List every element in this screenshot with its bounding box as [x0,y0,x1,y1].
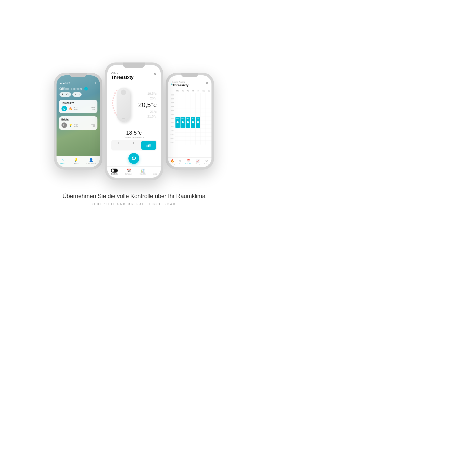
right-nav-settings[interactable]: ⚙ Settings [204,159,209,165]
right-nav-heating[interactable]: 🔥 Heating [170,159,175,165]
schedule-icon: 📅 [127,169,131,173]
device2-title: Bright [61,118,95,121]
device1-title: Threesixty [61,102,95,104]
mode-value: Auto [74,109,78,110]
schedule-grid-container: Mo Tu We Th Fr Sa Su 0:00 1:00 2:00 [168,89,211,157]
center-subtitle: Office [111,72,134,75]
svg-text:21°c: 21°c [181,118,184,119]
nav-item-home[interactable]: ⌂ Home [60,158,65,164]
fan-value: 03 [77,93,80,96]
center-nav-controls[interactable]: Controls [111,169,118,175]
time-1: 1:00 [168,97,175,101]
time-labels: 0:00 1:00 2:00 3:00 4:00 5:00 6:00 7:00 … [168,93,175,146]
center-nav-insights[interactable]: 📊 Insights [140,169,146,175]
bottom-text: Übernehmen Sie die volle Kontrolle über … [62,193,205,206]
eco-label: Eco [179,163,181,165]
right-nav-eco[interactable]: ❄ Eco [179,159,181,165]
day-th: Th [191,89,196,93]
svg-text:21°c: 21°c [197,118,199,119]
right-notch [181,73,198,77]
bedroom-label: Bedroom [71,87,82,90]
time-8: 8:00 [168,125,175,129]
time-5: 5:00 [168,113,175,117]
right-bottom-nav: 🔥 Heating ❄ Eco 📅 Schedule 📈 History [168,157,211,167]
center-content: Office Threesixty ✕ [107,65,161,178]
heating-label: Heating [170,163,175,165]
left-bottom-nav: ⌂ Home 💡 Explore 👤 Preferences [57,156,100,167]
day-fr: Fr [196,89,201,93]
office-label: Office [60,87,69,91]
purifier-top [121,89,126,95]
right-subtitle: Living Room [173,81,189,83]
prefs-label: Preferences [87,162,96,164]
back-arrow-icon: ‹ [171,82,172,86]
schedule-body: 0:00 1:00 2:00 3:00 4:00 5:00 6:00 7:00 … [168,93,211,146]
explore-label: Explore [73,162,79,164]
day-mo: Mo [175,89,180,93]
back-button[interactable]: ‹ Living Room Threesixty [171,81,189,87]
phone-left: ☁ ☁ 16°C + Office Bedroom ✓ 🌡 18°c [54,73,102,170]
day-sa: Sa [201,89,206,93]
phones-container: ☁ ☁ 16°C + Office Bedroom ✓ 🌡 18°c [54,62,214,180]
fan-icon-small: ❄ [74,93,76,96]
right-close-button[interactable]: ✕ [205,81,208,86]
center-phone-inner: Office Threesixty ✕ [107,65,161,178]
controls-toggle-icon [111,169,118,173]
time-2: 2:00 [168,101,175,105]
device2-mode-info: Mode Auto [74,124,78,127]
power-button-center[interactable]: ⏻ [128,153,139,164]
temp-scroll-area: qllaer 19,5°c 20°c 20,5°c 21°c 21,5°c [107,82,161,128]
day-su: Su [206,89,211,93]
current-temp-section: 18,5°c Current temperature [107,128,161,140]
center-nav-more[interactable]: ··· More [153,169,157,175]
fan-bar-1 [147,145,148,147]
more-label: More [153,173,157,175]
schedule-grid-area: 21°c 21°c 21°c [175,93,211,146]
device2-power-button[interactable]: ⏻ [61,122,67,128]
temp-stat-pill: 🌡 18°c [60,92,71,97]
center-title: Threesixty [111,75,134,80]
temp-19-5: 19,5°c [147,91,156,95]
center-nav-schedule[interactable]: 📅 Schedule [125,169,132,175]
right-nav-history[interactable]: 📈 History [196,159,200,165]
event-dot-mo [177,121,178,123]
history-icon: 📈 [196,159,200,163]
svg-point-3 [113,107,114,109]
tagline-main: Übernehmen Sie die volle Kontrolle über … [62,193,205,200]
svg-point-2 [112,102,113,104]
history-label: History [196,163,200,165]
device1-mode-info: Mode Auto [74,107,78,110]
fan-bar-2 [148,145,149,147]
center-bottom-nav: Controls 📅 Schedule 📊 Insights ··· More [107,166,161,178]
phone-right: ‹ Living Room Threesixty ✕ Mo Tu We [166,73,214,170]
eco-icon: ❄ [179,159,181,163]
close-button[interactable]: ✕ [153,72,157,77]
thermometer-icon: 🌡 [61,93,64,96]
add-button[interactable]: + [94,81,97,85]
device1-flame-icon: 🔥 [69,107,72,110]
svg-point-8 [112,100,113,101]
fan-speed-selector: I II [111,140,157,150]
fan-speed-3-button[interactable] [141,141,156,150]
event-dot-tu [181,121,183,123]
svg-point-10 [114,110,115,111]
right-nav-schedule[interactable]: 📅 Schedule [185,159,192,165]
left-notch [69,73,87,77]
temp-21: 21°c [150,110,156,113]
fan-speed-1-button[interactable]: I [111,140,126,150]
device-card-threesixty: Threesixty ⏻ 🔥 Mode Auto Timer Off [59,100,97,113]
controls-label: Controls [111,173,118,175]
insights-label: Insights [140,173,146,175]
device1-controls: ⏻ 🔥 Mode Auto Timer Off [61,106,95,111]
temp-20-5-active[interactable]: 20,5°c [138,101,156,109]
purifier-illustration: qllaer [111,86,135,124]
center-notch [123,62,145,68]
schedule-right-label: Schedule [185,163,192,165]
device1-power-button[interactable]: ⏻ [61,106,67,111]
checkmark-icon: ✓ [84,87,88,90]
nav-item-explore[interactable]: 💡 Explore [73,158,79,164]
timer2-value: Off [90,125,95,127]
schedule-icon-right: 📅 [187,159,190,163]
fan-speed-2-button[interactable]: II [126,140,141,150]
nav-item-preferences[interactable]: 👤 Preferences [87,158,96,164]
